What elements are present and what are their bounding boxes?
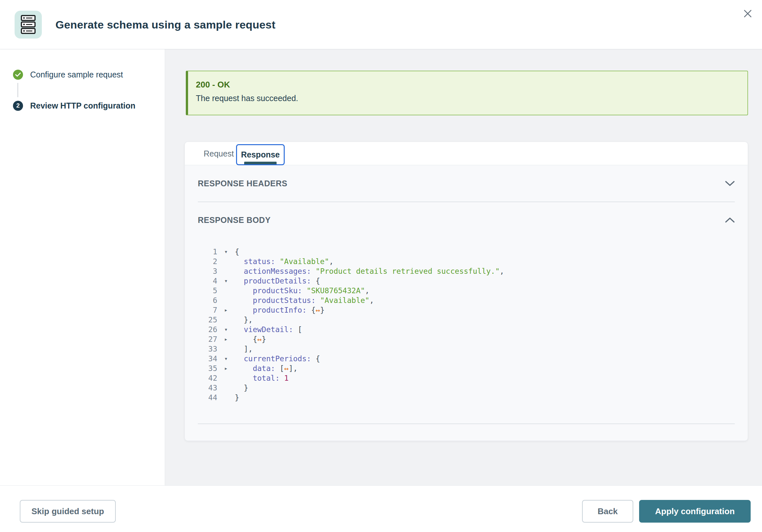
code-line: 5 productSku: "SKU8765432A",: [198, 286, 735, 296]
line-number: 43: [198, 383, 217, 393]
code-line: 26▾ viewDetail: [: [198, 325, 735, 334]
code-text: currentPeriods: {: [235, 354, 320, 364]
code-text: }: [235, 383, 248, 393]
code-token: ],: [289, 364, 298, 372]
code-token: {: [311, 355, 320, 363]
stepper-sidebar: Configure sample request 2 Review HTTP c…: [0, 49, 165, 485]
code-line: 43 }: [198, 383, 735, 393]
tab-response[interactable]: Response: [236, 144, 285, 165]
code-text: viewDetail: [: [235, 325, 302, 334]
step-review-http-configuration[interactable]: 2 Review HTTP configuration: [13, 99, 135, 112]
code-token: productInfo:: [253, 306, 306, 314]
code-token: },: [235, 315, 253, 324]
line-number: 4: [198, 276, 217, 286]
code-token: ,: [329, 257, 334, 266]
collapsed-content-marker[interactable]: ↔: [284, 364, 289, 372]
code-token: }: [262, 335, 266, 343]
code-token: [: [293, 325, 302, 334]
line-number: 6: [198, 296, 217, 305]
close-button[interactable]: [739, 5, 757, 23]
code-text: data: [↔],: [235, 364, 298, 373]
code-line: 6 productStatus: "Available",: [198, 296, 735, 305]
code-token: [: [275, 364, 284, 372]
line-number: 35: [198, 364, 217, 373]
collapsed-content-marker[interactable]: ↔: [316, 306, 320, 314]
fold-toggle-spacer: [217, 393, 235, 402]
code-token: [311, 267, 316, 275]
code-line: 27▸ {↔}: [198, 334, 735, 344]
code-line: 7▸ productInfo: {↔}: [198, 305, 735, 315]
fold-toggle-icon[interactable]: ▾: [217, 276, 235, 286]
fold-toggle-icon[interactable]: ▾: [217, 247, 235, 257]
modal-title: Generate schema using a sample request: [55, 0, 275, 49]
code-token: [235, 364, 253, 372]
code-token: [235, 325, 244, 334]
close-icon: [744, 10, 752, 18]
code-text: status: "Available",: [235, 257, 334, 266]
code-token: productDetails:: [244, 277, 311, 285]
status-code: 200 - OK: [196, 80, 740, 90]
tab-request[interactable]: Request: [199, 142, 238, 165]
step-configure-sample-request[interactable]: Configure sample request: [13, 68, 123, 81]
fold-toggle-spacer: [217, 257, 235, 266]
code-text: productStatus: "Available",: [235, 296, 374, 305]
response-headers-toggle[interactable]: RESPONSE HEADERS: [185, 165, 748, 202]
code-token: status:: [244, 257, 275, 266]
code-text: total: 1: [235, 373, 289, 383]
success-banner: 200 - OK The request has succeeded.: [186, 71, 748, 115]
apply-configuration-button[interactable]: Apply configuration: [639, 500, 751, 523]
collapsed-content-marker[interactable]: ↔: [257, 335, 262, 343]
step-connector: [18, 83, 18, 97]
status-message: The request has succeeded.: [196, 94, 740, 103]
code-token: [235, 257, 244, 266]
fold-toggle-icon[interactable]: ▸: [217, 305, 235, 315]
line-number: 1: [198, 247, 217, 257]
fold-toggle-spacer: [217, 383, 235, 393]
step-label: Configure sample request: [30, 70, 123, 79]
code-token: {: [311, 277, 320, 285]
code-text: {: [235, 247, 239, 257]
code-token: [316, 296, 320, 304]
code-token: productSku:: [253, 287, 302, 295]
code-token: }: [320, 306, 325, 314]
tab-response-label: Response: [241, 150, 279, 160]
code-token: [235, 374, 253, 382]
line-number: 25: [198, 315, 217, 325]
code-token: data:: [253, 364, 275, 372]
fold-toggle-spacer: [217, 344, 235, 354]
step-complete-icon: [13, 70, 23, 80]
response-body-toggle[interactable]: RESPONSE BODY: [185, 202, 748, 238]
code-line: 33 ],: [198, 344, 735, 354]
code-token: "Available": [320, 296, 369, 304]
code-token: [235, 296, 253, 304]
code-token: ,: [365, 287, 370, 295]
content-area: 200 - OK The request has succeeded. Requ…: [165, 49, 762, 485]
fold-toggle-spacer: [217, 266, 235, 276]
code-line: 2 status: "Available",: [198, 257, 735, 266]
chevron-up-icon[interactable]: [725, 217, 735, 223]
skip-guided-setup-button[interactable]: Skip guided setup: [20, 500, 116, 523]
code-text: productSku: "SKU8765432A",: [235, 286, 369, 296]
fold-toggle-icon[interactable]: ▸: [217, 364, 235, 373]
back-button[interactable]: Back: [582, 500, 633, 523]
code-token: [235, 287, 253, 295]
code-text: }: [235, 393, 239, 402]
code-token: productStatus:: [253, 296, 316, 304]
line-number: 3: [198, 266, 217, 276]
response-body-code: 1▾{2 status: "Available",3 actionMessage…: [198, 242, 735, 422]
fold-toggle-spacer: [217, 315, 235, 325]
response-body-label: RESPONSE BODY: [198, 216, 271, 225]
fold-toggle-spacer: [217, 296, 235, 305]
code-token: [275, 257, 280, 266]
code-token: [279, 374, 284, 382]
line-number: 42: [198, 373, 217, 383]
code-line: 4▾ productDetails: {: [198, 276, 735, 286]
code-text: ],: [235, 344, 253, 354]
line-number: 5: [198, 286, 217, 296]
chevron-down-icon[interactable]: [725, 181, 735, 186]
line-number: 2: [198, 257, 217, 266]
fold-toggle-icon[interactable]: ▾: [217, 354, 235, 364]
code-token: }: [235, 384, 248, 392]
fold-toggle-icon[interactable]: ▾: [217, 325, 235, 334]
fold-toggle-icon[interactable]: ▸: [217, 334, 235, 344]
